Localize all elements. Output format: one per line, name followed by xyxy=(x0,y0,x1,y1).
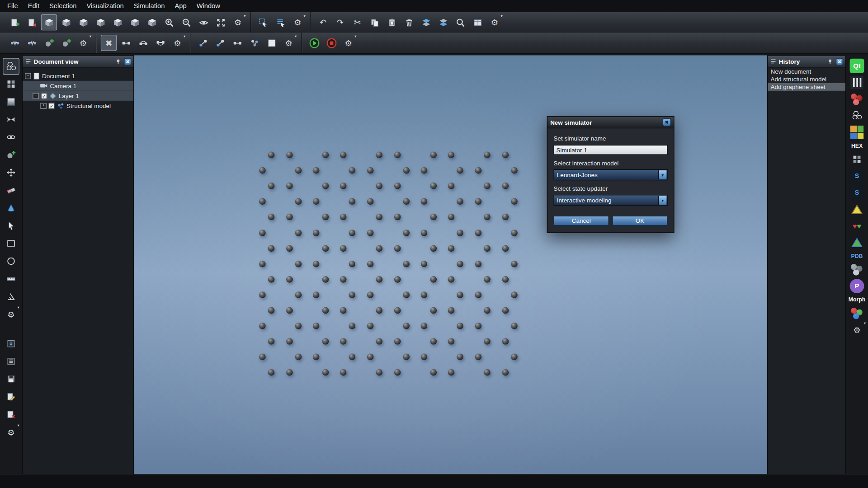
atom[interactable] xyxy=(295,167,302,174)
circle-select-tool-button[interactable] xyxy=(3,253,19,270)
zoom-fit-button[interactable] xyxy=(212,14,229,31)
atom[interactable] xyxy=(403,198,410,205)
mosaic-extension-button[interactable] xyxy=(849,125,865,140)
atom[interactable] xyxy=(475,198,481,205)
menu-window[interactable]: Window xyxy=(192,0,225,11)
atom[interactable] xyxy=(286,307,292,314)
edit-document-button[interactable] xyxy=(3,389,19,405)
polymer-generator-button[interactable] xyxy=(3,129,19,145)
atom[interactable] xyxy=(349,167,356,174)
atom[interactable] xyxy=(322,245,329,252)
close-document-2-button[interactable] xyxy=(3,406,19,423)
atom[interactable] xyxy=(268,369,275,376)
chevron-down-icon[interactable]: ▼ xyxy=(658,196,666,205)
atom[interactable] xyxy=(421,230,428,236)
atom[interactable] xyxy=(457,323,464,329)
minimizer-button[interactable] xyxy=(24,35,40,51)
tree-item-structural-model[interactable]: +✓Structural model xyxy=(23,101,133,111)
atom[interactable] xyxy=(367,198,374,205)
rect-select-tool-button[interactable] xyxy=(3,235,19,252)
slab-generator-button[interactable] xyxy=(3,94,19,110)
atom[interactable] xyxy=(448,369,455,376)
selection-settings-button[interactable]: ⚙▾ xyxy=(289,14,306,31)
atom[interactable] xyxy=(511,323,518,329)
view-right-button[interactable] xyxy=(109,14,126,31)
atom[interactable] xyxy=(421,323,428,329)
atom[interactable] xyxy=(394,183,401,189)
atom[interactable] xyxy=(340,369,347,376)
dialog-title-bar[interactable]: New simulator ✖ xyxy=(547,117,674,128)
atom[interactable] xyxy=(421,198,428,205)
atom[interactable] xyxy=(340,338,347,345)
atom[interactable] xyxy=(475,230,481,236)
layer-down-button[interactable] xyxy=(435,14,451,31)
atom[interactable] xyxy=(511,354,518,361)
atom[interactable] xyxy=(367,167,374,174)
atom[interactable] xyxy=(403,230,410,236)
find-button[interactable] xyxy=(452,14,468,31)
atom[interactable] xyxy=(430,276,437,283)
atom[interactable] xyxy=(286,214,292,221)
atom[interactable] xyxy=(367,354,374,361)
history-item-add-graphene-sheet[interactable]: Add graphene sheet xyxy=(768,83,845,91)
atom[interactable] xyxy=(268,152,275,159)
atom[interactable] xyxy=(475,323,481,329)
atom[interactable] xyxy=(286,245,292,252)
lattice-extension-button[interactable] xyxy=(849,152,865,167)
zoom-out-button[interactable] xyxy=(178,14,194,31)
bond-order-button[interactable] xyxy=(135,35,151,51)
rgb-extension-button[interactable] xyxy=(849,305,865,321)
atom[interactable] xyxy=(295,260,302,267)
angle-tool-button[interactable] xyxy=(3,288,19,305)
atom[interactable] xyxy=(322,369,329,376)
atom[interactable] xyxy=(313,291,320,298)
stretch-tool-button[interactable] xyxy=(229,35,245,51)
paste-button[interactable] xyxy=(384,14,400,31)
paint-tool-button[interactable] xyxy=(3,200,19,216)
atom[interactable] xyxy=(430,183,437,189)
copy-button[interactable] xyxy=(367,14,383,31)
generator-settings-button[interactable]: ⚙▾ xyxy=(3,306,19,323)
atom[interactable] xyxy=(502,245,509,252)
atom[interactable] xyxy=(259,260,266,267)
view-back-button[interactable] xyxy=(75,14,92,31)
expander-icon[interactable]: + xyxy=(40,103,46,108)
ok-button[interactable]: OK xyxy=(612,216,667,226)
atom[interactable] xyxy=(448,307,455,314)
atom[interactable] xyxy=(376,276,382,283)
menu-edit[interactable]: Edit xyxy=(23,0,44,11)
atom[interactable] xyxy=(259,167,266,174)
close-icon[interactable]: ✖ xyxy=(124,58,131,65)
atom[interactable] xyxy=(511,198,518,205)
atom[interactable] xyxy=(394,152,401,159)
hearts-extension-button[interactable]: ♥♥ xyxy=(849,218,865,233)
atom[interactable] xyxy=(484,369,491,376)
close-document-button[interactable] xyxy=(24,14,40,31)
view-bottom-button[interactable] xyxy=(144,14,160,31)
atom[interactable] xyxy=(475,260,481,267)
atom[interactable] xyxy=(376,307,382,314)
samson-2-extension-button[interactable]: S xyxy=(849,185,865,200)
erase-tool-button[interactable] xyxy=(3,182,19,199)
atom[interactable] xyxy=(394,276,401,283)
cancel-button[interactable]: Cancel xyxy=(553,216,609,226)
open-document-button[interactable] xyxy=(3,353,19,370)
molecule-extension-button[interactable] xyxy=(849,262,865,277)
new-document-button[interactable] xyxy=(7,14,23,31)
atom[interactable] xyxy=(394,338,401,345)
dihedral-tool-button[interactable] xyxy=(212,35,228,51)
menu-selection[interactable]: Selection xyxy=(44,0,82,11)
chevron-down-icon[interactable]: ▼ xyxy=(658,170,666,179)
atom[interactable] xyxy=(484,214,491,221)
atom[interactable] xyxy=(511,167,518,174)
atom[interactable] xyxy=(349,323,356,329)
select-filter-button[interactable] xyxy=(272,14,288,31)
import-document-button[interactable] xyxy=(3,335,19,352)
atom[interactable] xyxy=(394,369,401,376)
view-settings-button[interactable]: ⚙▾ xyxy=(230,14,246,31)
cut-button[interactable]: ✂ xyxy=(349,14,366,31)
atom[interactable] xyxy=(340,152,347,159)
graphene-generator-button[interactable] xyxy=(3,58,19,75)
atom[interactable] xyxy=(511,291,518,298)
atom[interactable] xyxy=(457,167,464,174)
